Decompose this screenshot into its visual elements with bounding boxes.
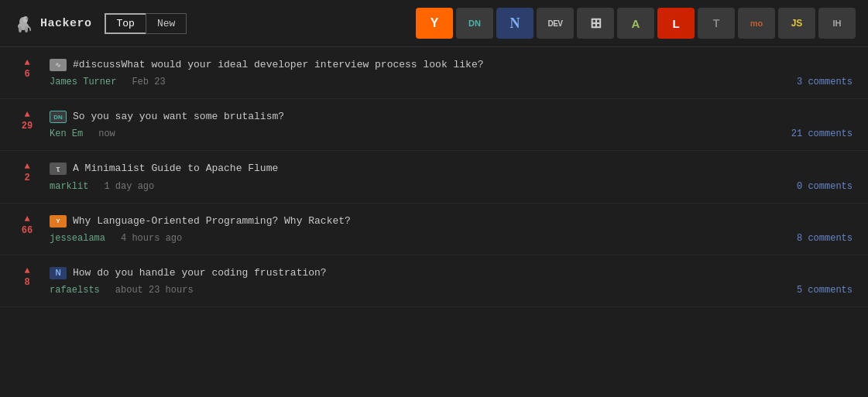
source-icons-bar: Y DN N DEV ⊞ A L T mo JS IH xyxy=(416,8,856,39)
upvote-arrow[interactable]: ▲ xyxy=(24,266,29,276)
post-title-line: τ A Minimalist Guide to Apache Flume xyxy=(50,162,853,176)
post-author[interactable]: marklit xyxy=(50,181,88,192)
post-meta: Ken Em now 21 comments xyxy=(50,128,853,139)
post-title-line: N How do you handle your coding frustrat… xyxy=(50,266,853,280)
post-content: N How do you handle your coding frustrat… xyxy=(50,266,853,296)
post-time: about 23 hours xyxy=(115,285,208,296)
tab-top[interactable]: Top xyxy=(105,13,146,34)
vote-count: 8 xyxy=(24,277,29,288)
vote-area: ▲ 66 xyxy=(15,214,39,236)
post-item: ▲ 6 ∿ #discussWhat would your ideal deve… xyxy=(0,47,868,99)
logo-icon xyxy=(12,12,34,34)
post-title[interactable]: Why Language-Oriented Programming? Why R… xyxy=(73,214,351,228)
post-item: ▲ 66 Y Why Language-Oriented Programming… xyxy=(0,204,868,255)
post-meta: marklit 1 day ago 0 comments xyxy=(50,181,853,192)
header: Hackero Top New Y DN N DEV ⊞ A L T mo JS… xyxy=(0,0,868,47)
post-comments[interactable]: 3 comments xyxy=(797,77,853,87)
logo-area: Hackero xyxy=(12,12,92,34)
source-icon-l[interactable]: L xyxy=(657,8,695,39)
source-icon-n[interactable]: N xyxy=(496,8,533,39)
post-content: Y Why Language-Oriented Programming? Why… xyxy=(50,214,853,244)
source-icon-js[interactable]: JS xyxy=(778,8,815,39)
vote-count: 2 xyxy=(24,173,29,183)
post-comments[interactable]: 5 comments xyxy=(797,285,853,296)
post-meta: James Turner Feb 23 3 comments xyxy=(50,77,853,87)
post-item: ▲ 29 DN So you say you want some brutali… xyxy=(0,99,868,151)
post-time: Feb 23 xyxy=(132,77,225,87)
upvote-arrow[interactable]: ▲ xyxy=(24,214,29,224)
post-title-line: DN So you say you want some brutalism? xyxy=(50,110,853,124)
svg-point-3 xyxy=(26,18,29,20)
vote-area: ▲ 8 xyxy=(15,266,39,288)
upvote-arrow[interactable]: ▲ xyxy=(24,162,29,171)
source-badge: DN xyxy=(50,111,67,123)
source-icon-mo[interactable]: mo xyxy=(738,8,775,39)
source-icon-y[interactable]: Y xyxy=(416,8,453,39)
vote-area: ▲ 29 xyxy=(15,110,39,132)
post-time: now xyxy=(98,128,191,139)
post-title[interactable]: #discussWhat would your ideal developer … xyxy=(73,58,484,72)
post-item: ▲ 2 τ A Minimalist Guide to Apache Flume… xyxy=(0,151,868,203)
feed: ▲ 6 ∿ #discussWhat would your ideal deve… xyxy=(0,47,868,307)
source-icon-hash[interactable]: ⊞ xyxy=(577,8,614,39)
post-comments[interactable]: 8 comments xyxy=(797,233,853,244)
post-comments[interactable]: 21 comments xyxy=(791,128,853,139)
tab-new[interactable]: New xyxy=(146,13,187,34)
source-badge: Y xyxy=(50,215,67,228)
post-title[interactable]: A Minimalist Guide to Apache Flume xyxy=(73,162,278,176)
svg-point-5 xyxy=(25,26,28,33)
post-content: ∿ #discussWhat would your ideal develope… xyxy=(50,58,853,87)
source-icon-a[interactable]: A xyxy=(617,8,654,39)
vote-area: ▲ 6 xyxy=(15,58,39,80)
post-content: DN So you say you want some brutalism? K… xyxy=(50,110,853,139)
source-badge: τ xyxy=(50,163,67,175)
site-name: Hackero xyxy=(40,17,92,30)
source-icon-dev[interactable]: DEV xyxy=(537,8,574,39)
source-badge: ∿ xyxy=(50,59,67,71)
post-content: τ A Minimalist Guide to Apache Flume mar… xyxy=(50,162,853,191)
source-icon-ih[interactable]: IH xyxy=(818,8,856,39)
post-author[interactable]: James Turner xyxy=(50,77,116,87)
post-title-line: ∿ #discussWhat would your ideal develope… xyxy=(50,58,853,72)
vote-count: 29 xyxy=(22,121,33,132)
vote-count: 66 xyxy=(22,225,33,236)
post-author[interactable]: rafaelsts xyxy=(50,285,100,296)
post-author[interactable]: jessealama xyxy=(50,233,105,244)
source-icon-t[interactable]: T xyxy=(698,8,735,39)
svg-point-4 xyxy=(19,26,22,33)
source-badge: N xyxy=(50,267,67,279)
post-author[interactable]: Ken Em xyxy=(50,128,83,139)
post-comments[interactable]: 0 comments xyxy=(797,181,853,192)
upvote-arrow[interactable]: ▲ xyxy=(24,58,29,67)
vote-count: 6 xyxy=(24,69,29,80)
post-time: 1 day ago xyxy=(104,181,197,192)
post-meta: jessealama 4 hours ago 8 comments xyxy=(50,233,853,244)
post-title[interactable]: How do you handle your coding frustratio… xyxy=(73,266,327,280)
upvote-arrow[interactable]: ▲ xyxy=(24,110,29,119)
post-meta: rafaelsts about 23 hours 5 comments xyxy=(50,285,853,296)
source-icon-dn[interactable]: DN xyxy=(456,8,493,39)
post-title[interactable]: So you say you want some brutalism? xyxy=(73,110,284,124)
post-time: 4 hours ago xyxy=(121,233,214,244)
post-title-line: Y Why Language-Oriented Programming? Why… xyxy=(50,214,853,228)
nav-tabs: Top New xyxy=(105,13,187,34)
vote-area: ▲ 2 xyxy=(15,162,39,183)
post-item: ▲ 8 N How do you handle your coding frus… xyxy=(0,255,868,307)
